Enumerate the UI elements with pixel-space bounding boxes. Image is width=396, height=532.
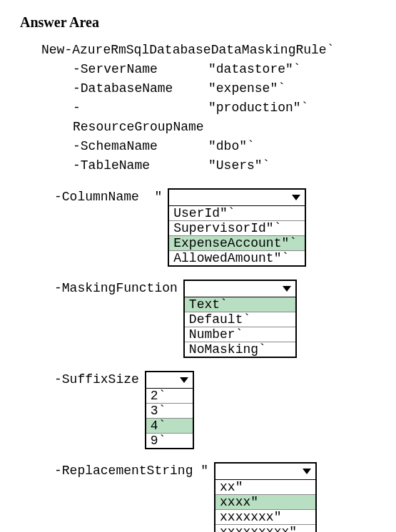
suffixsize-dropdown[interactable]: 2` 3` 4` 9`: [145, 371, 194, 449]
dropdown-option[interactable]: UserId"`: [169, 206, 305, 221]
chevron-down-icon: [178, 374, 190, 386]
dropdown-header[interactable]: [146, 372, 193, 389]
dropdown-option[interactable]: ExpenseAccount"`: [169, 236, 305, 251]
dropdown-option[interactable]: xx": [215, 480, 315, 495]
param-value: "dbo"`: [208, 137, 255, 156]
dropdown-option[interactable]: NoMasking`: [185, 342, 295, 357]
command-line: New-AzureRmSqlDatabaseDataMaskingRule`: [41, 41, 387, 60]
param-value: "datastore"`: [208, 60, 301, 79]
param-value: "Users"`: [208, 156, 270, 175]
replacementstring-section: -ReplacementString " xx" xxxx" xxxxxxx" …: [54, 462, 387, 532]
code-block: New-AzureRmSqlDatabaseDataMaskingRule` -…: [20, 41, 387, 175]
param-name: -ResourceGroupName: [73, 98, 208, 137]
dropdown-option[interactable]: 2`: [146, 389, 193, 404]
param-servername: -ServerName "datastore"`: [73, 60, 387, 79]
maskingfunction-label: -MaskingFunction: [54, 280, 178, 295]
svg-marker-2: [180, 377, 188, 383]
svg-marker-1: [283, 286, 291, 292]
dropdown-option[interactable]: 4`: [146, 419, 193, 434]
svg-marker-0: [292, 195, 300, 200]
dropdown-option[interactable]: Text`: [185, 297, 295, 312]
answer-area-heading: Answer Area: [20, 14, 387, 31]
maskingfunction-dropdown[interactable]: Text` Default` Number` NoMasking`: [183, 280, 297, 358]
param-name: -DatabaseName: [73, 79, 208, 98]
dropdown-header[interactable]: [185, 281, 295, 297]
dropdown-option[interactable]: SupervisorId"`: [169, 221, 305, 236]
dropdown-option[interactable]: xxxx": [215, 495, 315, 510]
svg-marker-3: [303, 469, 311, 474]
columnname-label: -ColumnName ": [54, 188, 162, 204]
replacementstring-dropdown[interactable]: xx" xxxx" xxxxxxx" xxxxxxxxx": [214, 462, 317, 532]
dropdown-option[interactable]: Default`: [185, 312, 295, 327]
param-name: -SchemaName: [73, 137, 208, 156]
maskingfunction-section: -MaskingFunction Text` Default` Number` …: [54, 280, 387, 358]
chevron-down-icon: [301, 466, 313, 477]
dropdown-header[interactable]: [169, 190, 305, 206]
param-name: -ServerName: [73, 60, 208, 79]
dropdown-option[interactable]: xxxxxxxxx": [215, 525, 315, 532]
suffixsize-section: -SuffixSize 2` 3` 4` 9`: [54, 371, 387, 449]
dropdown-header[interactable]: [215, 464, 315, 480]
suffixsize-label: -SuffixSize: [54, 371, 139, 387]
param-value: "production"`: [208, 98, 308, 137]
param-resourcegroupname: -ResourceGroupName "production"`: [73, 98, 387, 137]
chevron-down-icon: [281, 283, 293, 295]
dropdown-option[interactable]: 9`: [146, 434, 193, 448]
dropdown-option[interactable]: xxxxxxx": [215, 510, 315, 525]
param-tablename: -TableName "Users"`: [73, 156, 387, 175]
replacementstring-label: -ReplacementString ": [54, 462, 208, 478]
columnname-section: -ColumnName " UserId"` SupervisorId"` Ex…: [54, 188, 387, 267]
param-databasename: -DatabaseName "expense"`: [73, 79, 387, 98]
dropdown-option[interactable]: Number`: [185, 327, 295, 342]
chevron-down-icon: [290, 192, 302, 203]
param-schemaname: -SchemaName "dbo"`: [73, 137, 387, 156]
columnname-dropdown[interactable]: UserId"` SupervisorId"` ExpenseAccount"`…: [168, 188, 306, 267]
dropdown-option[interactable]: AllowedAmount"`: [169, 251, 305, 265]
param-value: "expense"`: [208, 79, 285, 98]
dropdown-option[interactable]: 3`: [146, 404, 193, 419]
param-name: -TableName: [73, 156, 208, 175]
